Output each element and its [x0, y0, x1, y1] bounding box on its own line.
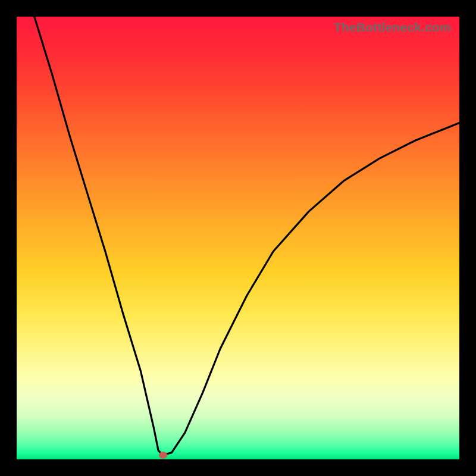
- curve-path: [35, 17, 459, 455]
- watermark-text: TheBottleneck.com: [334, 20, 451, 35]
- plot-area: TheBottleneck.com: [17, 17, 459, 459]
- minimum-point-marker: [159, 452, 167, 459]
- chart-frame: TheBottleneck.com: [0, 0, 476, 476]
- bottleneck-curve: [17, 17, 459, 459]
